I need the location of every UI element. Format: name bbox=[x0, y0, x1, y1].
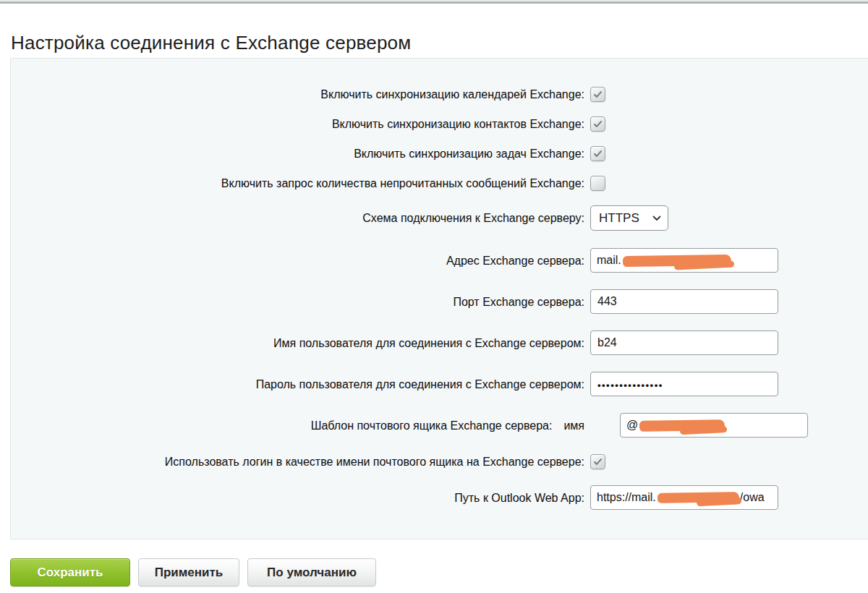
row-connection-scheme: Схема подключения к Exchange серверу: HT… bbox=[11, 205, 868, 231]
row-unread-count: Включить запрос количества непрочитанных… bbox=[11, 176, 868, 191]
sync-contacts-label: Включить синхронизацию контактов Exchang… bbox=[11, 116, 584, 132]
username-label: Имя пользователя для соединения с Exchan… bbox=[11, 336, 584, 351]
server-port-input[interactable] bbox=[590, 289, 778, 314]
server-address-input[interactable]: mail. bbox=[590, 248, 778, 273]
mailbox-template-prefix: @ bbox=[626, 419, 638, 432]
checkmark-icon bbox=[592, 148, 603, 159]
mailbox-template-sublabel: имя bbox=[563, 419, 584, 432]
server-port-label: Порт Exchange сервера: bbox=[11, 294, 584, 310]
password-label: Пароль пользователя для соединения с Exc… bbox=[11, 377, 584, 392]
sync-calendars-label: Включить синхронизацию календарей Exchan… bbox=[11, 87, 584, 102]
checkmark-icon bbox=[592, 119, 603, 129]
redaction-scribble bbox=[623, 254, 731, 266]
sync-tasks-label: Включить синхронизацию задач Exchange: bbox=[11, 146, 584, 161]
sync-tasks-checkbox[interactable] bbox=[590, 146, 605, 161]
save-button[interactable]: Сохранить bbox=[10, 558, 130, 586]
server-address-prefix: mail. bbox=[597, 254, 621, 267]
unread-count-checkbox[interactable] bbox=[590, 176, 605, 191]
row-login-as-mailbox: Использовать логин в качестве имени почт… bbox=[11, 454, 868, 469]
row-username: Имя пользователя для соединения с Exchan… bbox=[11, 330, 868, 355]
mailbox-template-label: Шаблон почтового ящика Exchange сервера:… bbox=[11, 418, 584, 433]
owa-path-prefix: https://mail. bbox=[597, 491, 656, 504]
row-password: Пароль пользователя для соединения с Exc… bbox=[11, 372, 868, 396]
row-sync-tasks: Включить синхронизацию задач Exchange: bbox=[11, 146, 868, 161]
redaction-scribble bbox=[658, 492, 739, 503]
unread-count-label: Включить запрос количества непрочитанных… bbox=[11, 176, 584, 191]
sync-contacts-checkbox[interactable] bbox=[590, 116, 605, 132]
owa-path-suffix: /owa bbox=[740, 491, 765, 504]
row-server-port: Порт Exchange сервера: bbox=[11, 289, 868, 314]
top-divider-strip bbox=[0, 0, 868, 4]
login-as-mailbox-label: Использовать логин в качестве имени почт… bbox=[11, 454, 584, 469]
password-input[interactable] bbox=[590, 372, 778, 396]
apply-button[interactable]: Применить bbox=[138, 558, 239, 586]
redaction-scribble bbox=[639, 419, 725, 432]
connection-scheme-value: HTTPS bbox=[599, 211, 639, 226]
mailbox-template-input[interactable]: @ bbox=[620, 413, 808, 438]
row-owa-path: Путь к Outlook Web App: https://mail./ow… bbox=[11, 485, 868, 510]
page-title: Настройка соединения с Exchange сервером bbox=[11, 32, 411, 54]
owa-path-label: Путь к Outlook Web App: bbox=[11, 490, 584, 505]
checkmark-icon bbox=[592, 456, 603, 467]
default-button[interactable]: По умолчанию bbox=[247, 558, 376, 586]
server-address-label: Адрес Exchange сервера: bbox=[11, 253, 584, 268]
exchange-settings-form: Включить синхронизацию календарей Exchan… bbox=[10, 58, 868, 539]
connection-scheme-label: Схема подключения к Exchange серверу: bbox=[11, 210, 584, 226]
row-server-address: Адрес Exchange сервера: mail. bbox=[11, 248, 868, 273]
row-mailbox-template: Шаблон почтового ящика Exchange сервера:… bbox=[11, 413, 868, 438]
sync-calendars-checkbox[interactable] bbox=[590, 87, 605, 102]
checkmark-icon bbox=[592, 89, 603, 100]
row-sync-calendars: Включить синхронизацию календарей Exchan… bbox=[11, 87, 868, 102]
chevron-down-icon bbox=[652, 216, 661, 221]
login-as-mailbox-checkbox[interactable] bbox=[590, 454, 605, 469]
owa-path-input[interactable]: https://mail./owa bbox=[590, 485, 778, 510]
username-input[interactable] bbox=[590, 330, 778, 355]
connection-scheme-select[interactable]: HTTPS bbox=[590, 205, 668, 231]
row-sync-contacts: Включить синхронизацию контактов Exchang… bbox=[11, 116, 868, 132]
form-action-buttons: Сохранить Применить По умолчанию bbox=[10, 558, 376, 586]
